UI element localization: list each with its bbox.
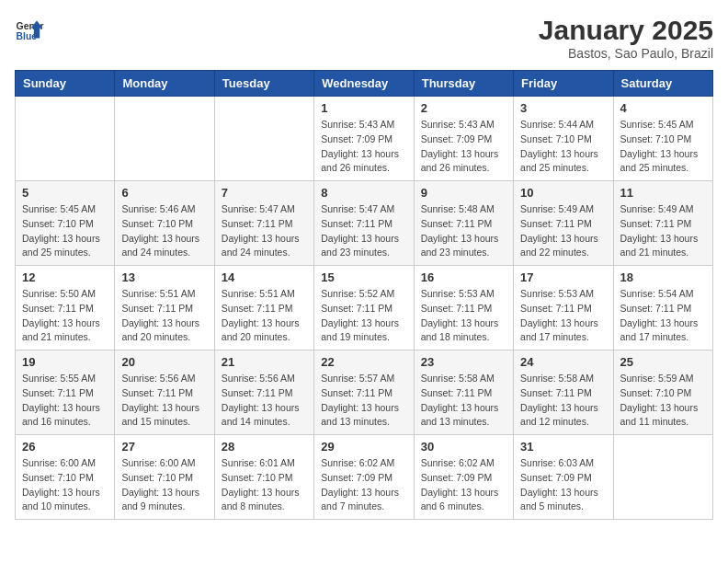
day-info: Sunrise: 6:00 AM Sunset: 7:10 PM Dayligh…: [121, 456, 207, 514]
page-header: General Blue January 2025 Bastos, Sao Pa…: [15, 15, 713, 61]
day-number: 17: [520, 270, 606, 284]
day-number: 31: [520, 440, 606, 454]
day-info: Sunrise: 5:55 AM Sunset: 7:11 PM Dayligh…: [22, 372, 108, 430]
day-info: Sunrise: 5:45 AM Sunset: 7:10 PM Dayligh…: [620, 118, 706, 176]
calendar-cell: 25Sunrise: 5:59 AM Sunset: 7:10 PM Dayli…: [613, 350, 712, 435]
calendar-week-1: 1Sunrise: 5:43 AM Sunset: 7:09 PM Daylig…: [16, 97, 713, 181]
day-number: 20: [121, 355, 207, 369]
day-info: Sunrise: 5:53 AM Sunset: 7:11 PM Dayligh…: [520, 287, 606, 345]
calendar-cell: 19Sunrise: 5:55 AM Sunset: 7:11 PM Dayli…: [16, 350, 115, 435]
day-number: 29: [321, 440, 406, 454]
calendar-cell: 12Sunrise: 5:50 AM Sunset: 7:11 PM Dayli…: [16, 266, 115, 350]
calendar-cell: [115, 97, 214, 181]
calendar-cell: 22Sunrise: 5:57 AM Sunset: 7:11 PM Dayli…: [314, 350, 414, 435]
day-number: 7: [222, 186, 307, 200]
day-number: 30: [421, 440, 506, 454]
calendar-cell: 28Sunrise: 6:01 AM Sunset: 7:10 PM Dayli…: [214, 435, 313, 520]
day-info: Sunrise: 5:51 AM Sunset: 7:11 PM Dayligh…: [121, 287, 207, 345]
day-info: Sunrise: 5:58 AM Sunset: 7:11 PM Dayligh…: [421, 372, 506, 430]
day-info: Sunrise: 5:43 AM Sunset: 7:09 PM Dayligh…: [321, 118, 406, 176]
day-number: 13: [121, 270, 207, 284]
calendar-cell: 29Sunrise: 6:02 AM Sunset: 7:09 PM Dayli…: [314, 435, 414, 520]
day-info: Sunrise: 5:47 AM Sunset: 7:11 PM Dayligh…: [222, 202, 307, 260]
month-title: January 2025: [539, 15, 713, 46]
day-number: 12: [22, 270, 108, 284]
calendar-cell: 27Sunrise: 6:00 AM Sunset: 7:10 PM Dayli…: [115, 435, 214, 520]
day-info: Sunrise: 5:57 AM Sunset: 7:11 PM Dayligh…: [321, 372, 406, 430]
day-info: Sunrise: 6:02 AM Sunset: 7:09 PM Dayligh…: [321, 456, 406, 514]
calendar-cell: 17Sunrise: 5:53 AM Sunset: 7:11 PM Dayli…: [514, 266, 613, 350]
calendar-cell: 7Sunrise: 5:47 AM Sunset: 7:11 PM Daylig…: [214, 181, 313, 266]
day-info: Sunrise: 5:52 AM Sunset: 7:11 PM Dayligh…: [321, 287, 406, 345]
calendar-cell: 10Sunrise: 5:49 AM Sunset: 7:11 PM Dayli…: [514, 181, 613, 266]
calendar-cell: 5Sunrise: 5:45 AM Sunset: 7:10 PM Daylig…: [16, 181, 115, 266]
day-info: Sunrise: 5:45 AM Sunset: 7:10 PM Dayligh…: [22, 202, 108, 260]
calendar-cell: 14Sunrise: 5:51 AM Sunset: 7:11 PM Dayli…: [214, 266, 313, 350]
day-number: 4: [620, 101, 706, 115]
day-number: 27: [121, 440, 207, 454]
day-number: 25: [620, 355, 706, 369]
weekday-header-wednesday: Wednesday: [314, 71, 414, 97]
calendar-week-4: 19Sunrise: 5:55 AM Sunset: 7:11 PM Dayli…: [16, 350, 713, 435]
day-number: 18: [620, 270, 706, 284]
calendar-cell: 11Sunrise: 5:49 AM Sunset: 7:11 PM Dayli…: [613, 181, 712, 266]
calendar-cell: 31Sunrise: 6:03 AM Sunset: 7:09 PM Dayli…: [514, 435, 613, 520]
day-number: 8: [321, 186, 406, 200]
calendar-cell: 30Sunrise: 6:02 AM Sunset: 7:09 PM Dayli…: [414, 435, 513, 520]
title-block: January 2025 Bastos, Sao Paulo, Brazil: [539, 15, 713, 61]
day-number: 15: [321, 270, 406, 284]
day-number: 22: [321, 355, 406, 369]
day-number: 28: [222, 440, 307, 454]
calendar-cell: 8Sunrise: 5:47 AM Sunset: 7:11 PM Daylig…: [314, 181, 414, 266]
day-number: 11: [620, 186, 706, 200]
day-number: 14: [222, 270, 307, 284]
calendar-cell: 4Sunrise: 5:45 AM Sunset: 7:10 PM Daylig…: [613, 97, 712, 181]
location: Bastos, Sao Paulo, Brazil: [539, 46, 713, 61]
calendar-cell: 6Sunrise: 5:46 AM Sunset: 7:10 PM Daylig…: [115, 181, 214, 266]
day-number: 19: [22, 355, 108, 369]
day-number: 16: [421, 270, 506, 284]
day-info: Sunrise: 5:46 AM Sunset: 7:10 PM Dayligh…: [121, 202, 207, 260]
calendar-cell: 20Sunrise: 5:56 AM Sunset: 7:11 PM Dayli…: [115, 350, 214, 435]
calendar-cell: 15Sunrise: 5:52 AM Sunset: 7:11 PM Dayli…: [314, 266, 414, 350]
weekday-header-row: SundayMondayTuesdayWednesdayThursdayFrid…: [16, 71, 713, 97]
calendar-cell: 13Sunrise: 5:51 AM Sunset: 7:11 PM Dayli…: [115, 266, 214, 350]
calendar-cell: 23Sunrise: 5:58 AM Sunset: 7:11 PM Dayli…: [414, 350, 513, 435]
day-info: Sunrise: 5:51 AM Sunset: 7:11 PM Dayligh…: [222, 287, 307, 345]
calendar-cell: 18Sunrise: 5:54 AM Sunset: 7:11 PM Dayli…: [613, 266, 712, 350]
day-info: Sunrise: 5:48 AM Sunset: 7:11 PM Dayligh…: [421, 202, 506, 260]
day-info: Sunrise: 5:49 AM Sunset: 7:11 PM Dayligh…: [620, 202, 706, 260]
day-info: Sunrise: 5:53 AM Sunset: 7:11 PM Dayligh…: [421, 287, 506, 345]
calendar-cell: 1Sunrise: 5:43 AM Sunset: 7:09 PM Daylig…: [314, 97, 414, 181]
calendar-cell: [16, 97, 115, 181]
day-number: 3: [520, 101, 606, 115]
day-info: Sunrise: 6:01 AM Sunset: 7:10 PM Dayligh…: [222, 456, 307, 514]
calendar-week-2: 5Sunrise: 5:45 AM Sunset: 7:10 PM Daylig…: [16, 181, 713, 266]
day-info: Sunrise: 5:44 AM Sunset: 7:10 PM Dayligh…: [520, 118, 606, 176]
day-number: 6: [121, 186, 207, 200]
weekday-header-monday: Monday: [115, 71, 214, 97]
weekday-header-saturday: Saturday: [613, 71, 712, 97]
calendar-cell: [214, 97, 313, 181]
day-info: Sunrise: 6:02 AM Sunset: 7:09 PM Dayligh…: [421, 456, 506, 514]
calendar-week-3: 12Sunrise: 5:50 AM Sunset: 7:11 PM Dayli…: [16, 266, 713, 350]
calendar-week-5: 26Sunrise: 6:00 AM Sunset: 7:10 PM Dayli…: [16, 435, 713, 520]
day-info: Sunrise: 5:47 AM Sunset: 7:11 PM Dayligh…: [321, 202, 406, 260]
calendar-cell: 21Sunrise: 5:56 AM Sunset: 7:11 PM Dayli…: [214, 350, 313, 435]
day-info: Sunrise: 5:54 AM Sunset: 7:11 PM Dayligh…: [620, 287, 706, 345]
weekday-header-friday: Friday: [514, 71, 613, 97]
calendar-table: SundayMondayTuesdayWednesdayThursdayFrid…: [15, 70, 713, 520]
weekday-header-thursday: Thursday: [414, 71, 513, 97]
day-number: 2: [421, 101, 506, 115]
calendar-cell: 24Sunrise: 5:58 AM Sunset: 7:11 PM Dayli…: [514, 350, 613, 435]
day-number: 23: [421, 355, 506, 369]
day-info: Sunrise: 5:56 AM Sunset: 7:11 PM Dayligh…: [222, 372, 307, 430]
weekday-header-tuesday: Tuesday: [214, 71, 313, 97]
weekday-header-sunday: Sunday: [16, 71, 115, 97]
calendar-cell: 9Sunrise: 5:48 AM Sunset: 7:11 PM Daylig…: [414, 181, 513, 266]
day-number: 1: [321, 101, 406, 115]
calendar-cell: 16Sunrise: 5:53 AM Sunset: 7:11 PM Dayli…: [414, 266, 513, 350]
day-number: 10: [520, 186, 606, 200]
calendar-cell: 26Sunrise: 6:00 AM Sunset: 7:10 PM Dayli…: [16, 435, 115, 520]
day-number: 21: [222, 355, 307, 369]
